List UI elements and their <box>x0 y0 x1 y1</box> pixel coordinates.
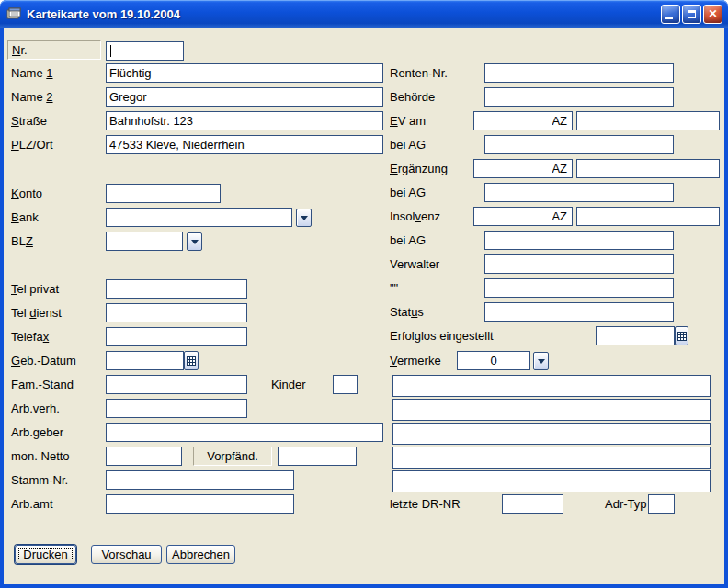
geb-datum-picker-button[interactable] <box>184 351 199 370</box>
ev-am-label: EV am <box>390 114 426 128</box>
arb-verh-label: Arb.verh. <box>11 401 60 415</box>
bei-ag-3-label: bei AG <box>390 233 426 247</box>
text-caret <box>110 45 111 57</box>
name1-label: Name 1 <box>11 66 53 80</box>
behoerde-label: Behörde <box>390 90 435 104</box>
abbrechen-button[interactable]: Abbrechen <box>166 545 235 564</box>
erfolglos-picker-button[interactable] <box>675 326 688 345</box>
tel-dienst-input[interactable] <box>106 303 247 322</box>
stamm-nr-input[interactable] <box>106 470 294 490</box>
renten-nr-input[interactable] <box>484 63 674 83</box>
window: Karteikarte vom 19.10.2004 ✕ Nr. Name 1 … <box>0 0 728 588</box>
tel-dienst-label: Tel dienst <box>11 306 62 320</box>
vorpfaend-label-panel: Vorpfänd. <box>193 447 272 466</box>
tel-privat-input[interactable] <box>106 279 247 299</box>
insolvenz-az-input[interactable] <box>576 207 720 226</box>
arb-verh-input[interactable] <box>106 399 247 418</box>
fam-stand-label: Fam.-Stand <box>11 378 74 391</box>
verwalter2-input[interactable] <box>484 278 674 298</box>
ergaenzung-az-input[interactable] <box>576 159 720 178</box>
minimize-button[interactable] <box>661 5 680 24</box>
chevron-down-icon <box>191 240 199 244</box>
verwalter-input[interactable] <box>484 254 674 274</box>
close-icon: ✕ <box>708 6 717 23</box>
vermerke-count-input[interactable] <box>457 351 530 370</box>
fam-stand-input[interactable] <box>106 375 247 394</box>
titlebar[interactable]: Karteikarte vom 19.10.2004 ✕ <box>0 0 728 28</box>
adr-typ-input[interactable] <box>648 494 675 514</box>
insolvenz-field[interactable]: AZ <box>473 207 573 226</box>
vermerk-line-input[interactable] <box>392 447 711 469</box>
bei-ag-2-label: bei AG <box>390 186 426 199</box>
konto-label: Konto <box>11 187 42 200</box>
geb-datum-input[interactable] <box>106 351 184 370</box>
konto-input[interactable] <box>106 184 221 203</box>
chevron-down-icon <box>301 216 308 220</box>
calendar-grid-icon <box>187 356 196 366</box>
minimize-icon <box>665 17 673 19</box>
arb-amt-input[interactable] <box>106 494 294 514</box>
bank-input[interactable] <box>106 208 292 227</box>
kinder-input[interactable] <box>333 375 358 394</box>
arb-amt-label: Arb.amt <box>11 497 53 511</box>
letzte-dr-nr-label: letzte DR-NR <box>390 497 461 511</box>
erfolglos-input[interactable] <box>596 326 675 345</box>
ergaenzung-label: Ergänzung <box>390 162 448 175</box>
vermerke-dropdown-button[interactable] <box>533 352 549 370</box>
adr-typ-label: Adr-Typ <box>605 497 647 511</box>
blz-input[interactable] <box>106 232 183 251</box>
vermerk-line-input[interactable] <box>392 470 711 492</box>
insolvenz-az-label: AZ <box>552 209 567 223</box>
drucken-button[interactable]: Drucken <box>15 545 76 564</box>
vermerk-line-input[interactable] <box>392 399 711 421</box>
name2-input[interactable] <box>106 87 383 107</box>
blz-label: BLZ <box>11 234 33 248</box>
ev-am-az-label: AZ <box>552 114 567 128</box>
strasse-input[interactable] <box>106 111 383 130</box>
name2-label: Name 2 <box>11 90 53 104</box>
maximize-button[interactable] <box>682 5 701 24</box>
behoerde-input[interactable] <box>484 87 674 107</box>
tel-privat-label: Tel privat <box>11 282 59 296</box>
bank-label: Bank <box>11 210 39 224</box>
status-input[interactable] <box>484 302 674 322</box>
nr-input[interactable] <box>106 41 184 61</box>
plz-ort-input[interactable] <box>106 135 383 154</box>
strasse-label: Straße <box>11 114 47 128</box>
verwalter-label: Verwalter <box>390 257 439 271</box>
renten-nr-label: Renten-Nr. <box>390 66 448 80</box>
vorpfaend-input[interactable] <box>278 447 357 466</box>
maximize-icon <box>688 10 696 18</box>
bei-ag-2-input[interactable] <box>484 183 674 202</box>
blz-dropdown-button[interactable] <box>187 232 202 251</box>
vorpfaend-label: Vorpfänd. <box>207 449 258 463</box>
vorschau-button[interactable]: Vorschau <box>91 545 162 564</box>
arb-geber-label: Arb.geber <box>11 425 63 439</box>
plz-ort-label: PLZ/Ort <box>11 138 53 152</box>
ev-am-field[interactable]: AZ <box>473 111 573 130</box>
bank-dropdown-button[interactable] <box>296 209 312 227</box>
vermerk-line-input[interactable] <box>392 423 711 445</box>
geb-datum-label: Geb.-Datum <box>11 354 76 368</box>
letzte-dr-nr-input[interactable] <box>502 494 563 514</box>
chevron-down-icon <box>538 359 545 364</box>
window-title: Karteikarte vom 19.10.2004 <box>27 7 180 21</box>
ergaenzung-field[interactable]: AZ <box>473 159 573 178</box>
vermerk-line-input[interactable] <box>392 375 711 397</box>
bei-ag-1-input[interactable] <box>484 135 674 154</box>
mon-netto-label: mon. Netto <box>11 449 70 463</box>
bei-ag-3-input[interactable] <box>484 231 674 250</box>
close-button[interactable]: ✕ <box>703 5 722 24</box>
arb-geber-input[interactable] <box>106 423 383 442</box>
status-label: Status <box>390 305 424 319</box>
app-icon <box>6 6 21 21</box>
ev-am-az-input[interactable] <box>576 111 720 130</box>
kinder-label: Kinder <box>271 378 306 391</box>
mon-netto-input[interactable] <box>106 447 182 466</box>
nr-label-panel: Nr. <box>7 40 101 60</box>
insolvenz-label: Insolvenz <box>390 209 440 223</box>
stamm-nr-label: Stamm-Nr. <box>11 473 68 487</box>
name1-input[interactable] <box>106 63 383 83</box>
telefax-input[interactable] <box>106 327 247 346</box>
verwalter2-label: "" <box>390 281 398 295</box>
